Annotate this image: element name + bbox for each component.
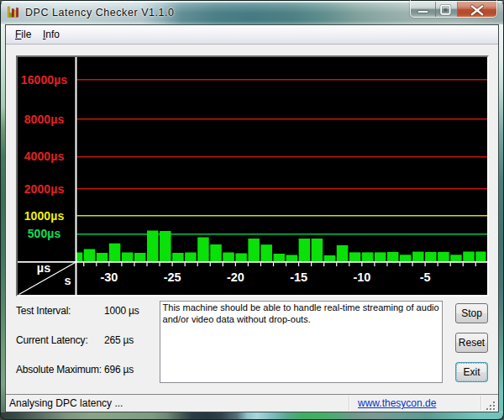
svg-text:-20: -20: [227, 270, 244, 284]
svg-text:2000µs: 2000µs: [24, 182, 65, 196]
svg-text:8000µs: 8000µs: [24, 113, 65, 126]
svg-text:16000µs: 16000µs: [21, 73, 68, 87]
svg-text:-30: -30: [100, 270, 118, 284]
svg-text:1000µs: 1000µs: [24, 209, 65, 223]
svg-text:-5: -5: [420, 270, 431, 284]
svg-text:-25: -25: [164, 270, 181, 284]
svg-text:µs: µs: [37, 261, 50, 275]
svg-text:-15: -15: [290, 270, 307, 284]
svg-text:-10: -10: [353, 270, 370, 284]
svg-text:s: s: [64, 274, 71, 287]
svg-text:500µs: 500µs: [28, 227, 61, 240]
svg-text:4000µs: 4000µs: [24, 150, 65, 163]
